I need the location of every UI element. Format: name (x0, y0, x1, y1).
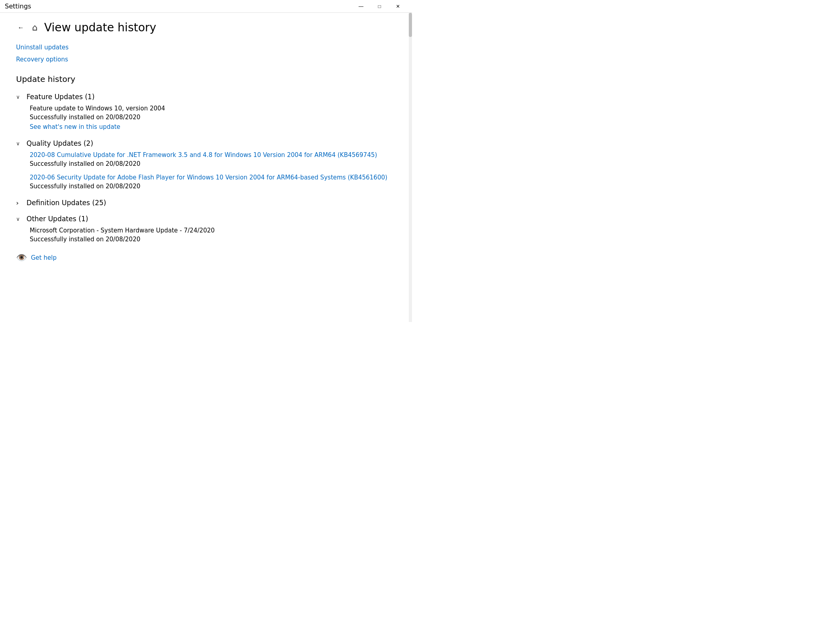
quality-update-1-status: Successfully installed on 20/08/2020 (30, 160, 396, 167)
category-content-other: Microsoft Corporation - System Hardware … (16, 227, 396, 243)
other-update-name: Microsoft Corporation - System Hardware … (30, 227, 396, 234)
scrollbar-thumb[interactable] (409, 13, 412, 37)
uninstall-updates-link[interactable]: Uninstall updates (16, 44, 396, 51)
category-header-quality[interactable]: ∨ Quality Updates (2) (16, 137, 396, 150)
category-label-definition: Definition Updates (25) (27, 199, 106, 207)
category-header-feature[interactable]: ∨ Feature Updates (1) (16, 90, 396, 103)
category-label-quality: Quality Updates (2) (27, 139, 93, 147)
chevron-quality-icon: ∨ (16, 141, 22, 147)
category-content-feature: Feature update to Windows 10, version 20… (16, 105, 396, 130)
category-other: ∨ Other Updates (1) Microsoft Corporatio… (16, 212, 396, 243)
list-item: 2020-06 Security Update for Adobe Flash … (30, 174, 396, 190)
title-bar-left: Settings (5, 2, 31, 10)
quality-update-2-link[interactable]: 2020-06 Security Update for Adobe Flash … (30, 174, 396, 181)
page-title: View update history (44, 21, 156, 34)
title-bar-controls: — □ ✕ (352, 0, 407, 13)
get-help-section: 👁️ Get help (16, 253, 396, 263)
help-icon: 👁️ (16, 253, 27, 263)
title-bar: Settings — □ ✕ (0, 0, 412, 13)
category-feature: ∨ Feature Updates (1) Feature update to … (16, 90, 396, 130)
update-name: Feature update to Windows 10, version 20… (30, 105, 396, 112)
chevron-feature-icon: ∨ (16, 94, 22, 100)
update-history-title: Update history (16, 74, 396, 84)
category-quality: ∨ Quality Updates (2) 2020-08 Cumulative… (16, 137, 396, 190)
list-item: Microsoft Corporation - System Hardware … (30, 227, 396, 243)
scrollbar-track (409, 13, 412, 322)
close-button[interactable]: ✕ (389, 0, 407, 13)
maximize-button[interactable]: □ (370, 0, 389, 13)
back-button[interactable]: ← (16, 22, 26, 33)
app-title: Settings (5, 2, 31, 10)
recovery-options-link[interactable]: Recovery options (16, 56, 396, 63)
chevron-other-icon: ∨ (16, 216, 22, 222)
quality-update-2-status: Successfully installed on 20/08/2020 (30, 183, 396, 190)
category-label-other: Other Updates (1) (27, 215, 88, 223)
chevron-definition-icon: › (16, 199, 22, 207)
other-update-status: Successfully installed on 20/08/2020 (30, 236, 396, 243)
list-item: 2020-08 Cumulative Update for .NET Frame… (30, 151, 396, 167)
see-whats-new-link[interactable]: See what's new in this update (30, 123, 396, 130)
page-header: ← ⌂ View update history (16, 21, 396, 34)
category-content-quality: 2020-08 Cumulative Update for .NET Frame… (16, 151, 396, 190)
category-definition: › Definition Updates (25) (16, 196, 396, 209)
quality-update-1-link[interactable]: 2020-08 Cumulative Update for .NET Frame… (30, 151, 396, 159)
minimize-button[interactable]: — (352, 0, 370, 13)
get-help-link[interactable]: Get help (31, 254, 57, 261)
main-content: ← ⌂ View update history Uninstall update… (0, 13, 412, 322)
update-history-section: Update history ∨ Feature Updates (1) Fea… (16, 74, 396, 243)
category-label-feature: Feature Updates (1) (27, 93, 95, 101)
quick-links-section: Uninstall updates Recovery options (16, 44, 396, 63)
home-icon: ⌂ (32, 22, 38, 33)
list-item: Feature update to Windows 10, version 20… (30, 105, 396, 130)
category-header-definition[interactable]: › Definition Updates (25) (16, 196, 396, 209)
category-header-other[interactable]: ∨ Other Updates (1) (16, 212, 396, 225)
update-status: Successfully installed on 20/08/2020 (30, 114, 396, 121)
